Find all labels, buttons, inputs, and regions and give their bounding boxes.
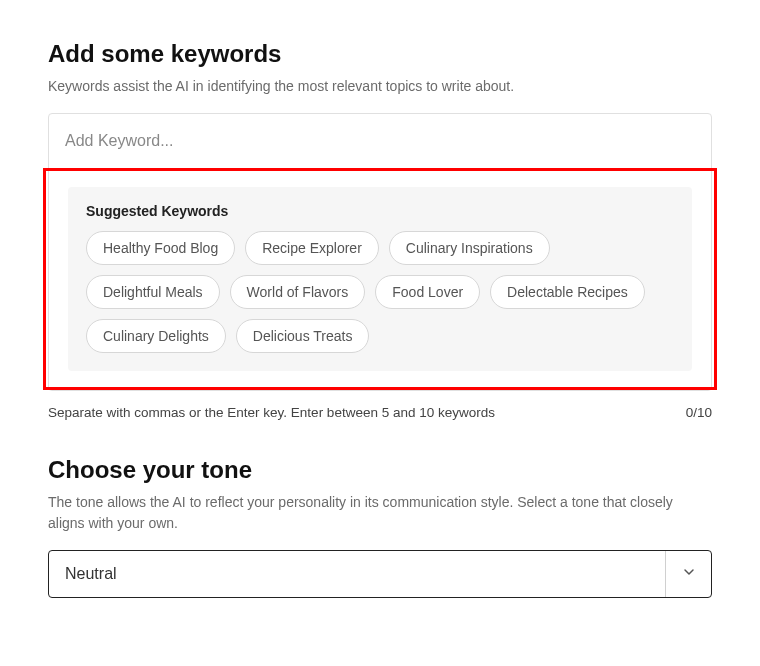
tone-select[interactable]: Neutral (48, 550, 712, 598)
keyword-chip[interactable]: Culinary Delights (86, 319, 226, 353)
chevron-down-icon (681, 564, 697, 584)
keyword-chip[interactable]: Culinary Inspirations (389, 231, 550, 265)
tone-select-value[interactable]: Neutral (49, 551, 665, 597)
keyword-chip[interactable]: Healthy Food Blog (86, 231, 235, 265)
keyword-chip[interactable]: World of Flavors (230, 275, 366, 309)
keyword-input[interactable] (49, 114, 711, 168)
suggested-keywords-panel: Suggested Keywords Healthy Food Blog Rec… (68, 187, 692, 371)
keyword-count: 0/10 (686, 405, 712, 420)
keyword-chip[interactable]: Recipe Explorer (245, 231, 379, 265)
keywords-title: Add some keywords (48, 40, 712, 68)
keyword-chip[interactable]: Delicious Treats (236, 319, 370, 353)
keyword-helper-text: Separate with commas or the Enter key. E… (48, 405, 495, 420)
keywords-subtext: Keywords assist the AI in identifying th… (48, 76, 712, 97)
highlight-frame: Suggested Keywords Healthy Food Blog Rec… (43, 168, 717, 390)
keyword-chip[interactable]: Food Lover (375, 275, 480, 309)
keyword-chip[interactable]: Delightful Meals (86, 275, 220, 309)
tone-subtext: The tone allows the AI to reflect your p… (48, 492, 712, 534)
suggested-keywords-title: Suggested Keywords (86, 203, 674, 219)
keyword-helper-row: Separate with commas or the Enter key. E… (48, 405, 712, 420)
keyword-chip[interactable]: Delectable Recipes (490, 275, 645, 309)
tone-title: Choose your tone (48, 456, 712, 484)
suggested-keywords-list: Healthy Food Blog Recipe Explorer Culina… (86, 231, 674, 353)
keyword-box: Suggested Keywords Healthy Food Blog Rec… (48, 113, 712, 391)
tone-select-caret[interactable] (665, 551, 711, 597)
